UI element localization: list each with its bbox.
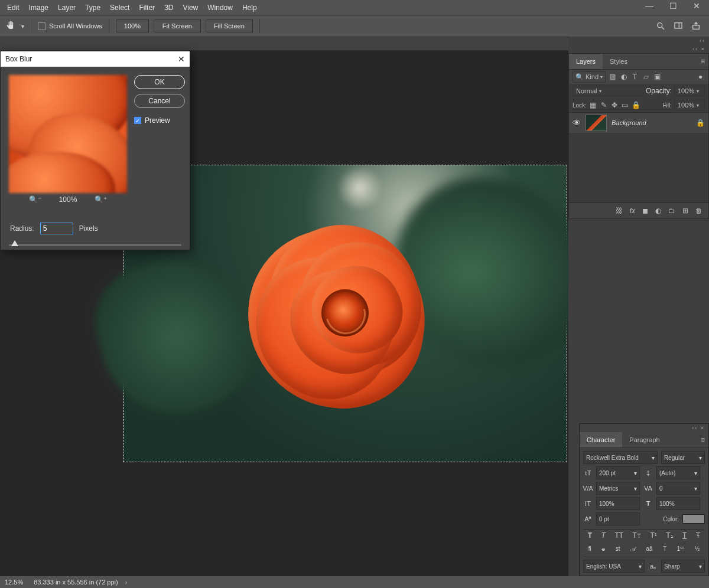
layer-thumbnail[interactable]: [586, 115, 607, 131]
filter-shape-icon[interactable]: ▱: [642, 73, 651, 81]
hscale-field[interactable]: 100%: [656, 497, 700, 510]
subscript-button[interactable]: T₁: [666, 531, 673, 540]
leading-field[interactable]: (Auto)▾: [656, 466, 700, 479]
zoom-in-icon[interactable]: 🔍⁺: [95, 195, 107, 204]
lock-all-icon[interactable]: 🔒: [632, 101, 640, 109]
layer-name[interactable]: Background: [612, 119, 646, 126]
ligatures-button[interactable]: fi: [588, 545, 591, 553]
new-layer-icon[interactable]: ⊞: [682, 207, 688, 215]
lock-artboard-icon[interactable]: ▭: [621, 101, 629, 109]
workspace-icon[interactable]: [674, 21, 683, 31]
layers-empty-area[interactable]: [569, 133, 708, 202]
tab-character[interactable]: Character: [580, 432, 622, 447]
filter-toggle-icon[interactable]: ●: [696, 73, 705, 81]
italic-button[interactable]: T: [601, 531, 606, 540]
baseline-field[interactable]: 0 pt: [596, 512, 640, 525]
radius-slider[interactable]: [9, 239, 181, 247]
menu-help[interactable]: Help: [238, 4, 262, 12]
titling-button[interactable]: T: [663, 545, 666, 553]
scroll-all-windows-checkbox[interactable]: Scroll All Windows: [38, 22, 102, 30]
panel-menu-icon[interactable]: ≡: [701, 57, 705, 66]
menu-layer[interactable]: Layer: [53, 4, 80, 12]
panel-menu-icon[interactable]: ≡: [701, 436, 705, 444]
tool-preset-chevron-icon[interactable]: ▾: [21, 23, 24, 30]
font-family-dropdown[interactable]: Rockwell Extra Bold▾: [583, 451, 658, 464]
filter-adjust-icon[interactable]: ◐: [619, 73, 628, 81]
delete-layer-icon[interactable]: 🗑: [695, 207, 703, 215]
blend-mode-dropdown[interactable]: Normal▾: [573, 86, 643, 96]
tab-paragraph[interactable]: Paragraph: [622, 432, 666, 447]
opacity-field[interactable]: 100%▾: [674, 86, 705, 96]
menu-window[interactable]: Window: [203, 4, 238, 12]
tracking-field[interactable]: 0▾: [656, 482, 700, 495]
strike-button[interactable]: Ŧ: [696, 531, 700, 540]
share-icon[interactable]: [691, 21, 701, 31]
status-zoom[interactable]: 12.5%: [5, 579, 23, 586]
fractions-button[interactable]: ½: [695, 545, 700, 553]
group-icon[interactable]: 🗀: [668, 207, 675, 215]
tab-layers[interactable]: Layers: [569, 54, 603, 69]
layer-row-background[interactable]: 👁 Background 🔒: [569, 113, 708, 133]
menu-image[interactable]: Image: [24, 4, 53, 12]
antialias-dropdown[interactable]: Sharp▾: [661, 560, 705, 573]
fill-field[interactable]: 100%▾: [674, 100, 705, 110]
panel-collapse-icon[interactable]: ‹‹ ×: [580, 424, 708, 432]
font-size-field[interactable]: 200 pt▾: [596, 466, 640, 479]
layer-mask-icon[interactable]: ◼: [642, 207, 648, 215]
text-color-swatch[interactable]: [682, 514, 705, 524]
allcaps-button[interactable]: TT: [614, 531, 623, 540]
filter-image-icon[interactable]: ▧: [608, 73, 617, 81]
search-icon[interactable]: [656, 21, 665, 31]
filter-type-icon[interactable]: T: [630, 73, 639, 81]
contextual-button[interactable]: ə: [601, 545, 605, 553]
window-close-icon[interactable]: ✕: [688, 0, 705, 12]
lock-brush-icon[interactable]: ✎: [600, 101, 608, 109]
fill-screen-button[interactable]: Fill Screen: [206, 19, 253, 32]
swash-button[interactable]: 𝒜: [630, 545, 636, 553]
superscript-button[interactable]: T¹: [650, 531, 656, 540]
visibility-eye-icon[interactable]: 👁: [573, 118, 581, 128]
language-dropdown[interactable]: English: USA▾: [583, 560, 645, 573]
dialog-close-icon[interactable]: ✕: [178, 54, 185, 64]
lock-move-icon[interactable]: ✥: [610, 101, 619, 109]
first-button[interactable]: 1ˢᵗ: [677, 545, 685, 553]
status-caret-icon[interactable]: ›: [125, 579, 128, 586]
cancel-button[interactable]: Cancel: [134, 94, 185, 108]
font-style-dropdown[interactable]: Regular▾: [661, 451, 705, 464]
vscale-field[interactable]: 100%: [596, 497, 640, 510]
window-restore-icon[interactable]: ☐: [664, 0, 682, 12]
menu-filter[interactable]: Filter: [134, 4, 160, 12]
layer-filter-dropdown[interactable]: 🔍 Kind ▾: [573, 71, 606, 83]
fit-screen-button[interactable]: Fit Screen: [154, 19, 201, 32]
menu-edit[interactable]: Edit: [2, 4, 24, 12]
layer-lock-icon[interactable]: 🔒: [696, 119, 705, 127]
menu-select[interactable]: Select: [105, 4, 134, 12]
link-layers-icon[interactable]: ⛓: [616, 207, 623, 215]
zoom-level-button[interactable]: 100%: [116, 19, 149, 32]
bold-button[interactable]: T: [588, 531, 592, 540]
dialog-title: Box Blur: [5, 55, 32, 63]
status-doc-info[interactable]: 83.333 in x 55.556 in (72 ppi): [34, 579, 118, 586]
preview-checkbox[interactable]: ✓Preview: [134, 116, 170, 125]
radius-input[interactable]: [40, 223, 73, 234]
layer-fx-icon[interactable]: fx: [630, 207, 635, 215]
adjustment-icon[interactable]: ◐: [655, 207, 661, 215]
stylistic-button[interactable]: st: [616, 545, 620, 553]
window-minimize-icon[interactable]: —: [640, 0, 658, 12]
kerning-field[interactable]: Metrics▾: [596, 482, 640, 495]
menu-view[interactable]: View: [178, 4, 203, 12]
underline-button[interactable]: T: [682, 531, 687, 540]
ok-button[interactable]: OK: [134, 75, 185, 89]
panel-collapse-icon[interactable]: ‹‹ ×: [568, 45, 709, 53]
hand-tool-icon[interactable]: [5, 20, 17, 32]
zoom-out-icon[interactable]: 🔍⁻: [29, 195, 41, 204]
lock-pixels-icon[interactable]: ▦: [589, 101, 597, 109]
smallcaps-button[interactable]: Tᴛ: [633, 531, 641, 540]
menu-3d[interactable]: 3D: [160, 4, 178, 12]
dialog-preview[interactable]: [9, 75, 127, 193]
filter-smart-icon[interactable]: ▣: [653, 73, 662, 81]
panel-collapse-icon[interactable]: ‹‹: [568, 37, 709, 45]
tab-styles[interactable]: Styles: [603, 54, 635, 69]
menu-type[interactable]: Type: [80, 4, 105, 12]
ordinals-button[interactable]: aā: [646, 545, 653, 553]
